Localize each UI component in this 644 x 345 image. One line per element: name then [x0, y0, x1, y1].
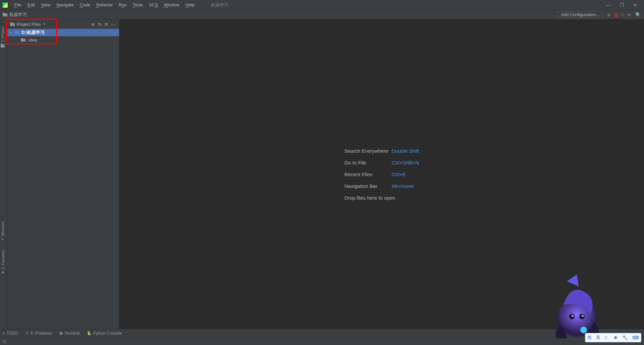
hint-nav-label: Navigation Bar	[344, 183, 388, 189]
hint-drop-label: Drop files here to open	[344, 195, 419, 201]
navigation-bar: 机器学习 Add Configuration... ▶ 🐞 ↻ ■ 🔍	[0, 10, 644, 19]
menu-edit[interactable]: Edit	[24, 2, 38, 7]
list-icon: ≡	[3, 331, 5, 335]
main-area: 1: Project 7: Structure ★2: Favorites Pr…	[0, 19, 644, 329]
hint-recent-label: Recent Files	[344, 171, 388, 177]
chevron-right-icon: ›	[15, 38, 21, 42]
expand-all-icon[interactable]: ⇆	[96, 22, 103, 27]
menu-code[interactable]: Code	[77, 2, 93, 7]
project-view-selector[interactable]: Project Files ▼	[10, 22, 46, 27]
folder-icon	[10, 22, 15, 26]
folder-icon	[1, 44, 5, 48]
chevron-down-icon: ⌄	[9, 31, 15, 34]
gutter-tab-project[interactable]: 1: Project	[1, 27, 5, 48]
editor-hints: Search Everywhere Double Shift Go to Fil…	[344, 148, 419, 201]
menu-window[interactable]: Window	[161, 2, 182, 7]
sparkle-icon[interactable]: ❖	[613, 335, 618, 340]
project-tool-window: Project Files ▼ ⊕ ⇆ ⚙ — ⌄ D:\机器学习 › .ide…	[7, 19, 119, 329]
menu-navigate[interactable]: Navigate	[53, 2, 76, 7]
tree-root-label: D:\机器学习	[21, 29, 45, 36]
menu-file[interactable]: File	[11, 2, 24, 7]
hint-goto-key: Ctrl+Shift+N	[392, 160, 419, 165]
coverage-icon[interactable]: ↻	[619, 12, 626, 17]
terminal-icon: ▣	[59, 331, 63, 335]
menu-help[interactable]: Help	[182, 2, 198, 7]
locate-icon[interactable]: ⊕	[90, 22, 96, 27]
menu-view[interactable]: View	[38, 2, 53, 7]
hint-goto-label: Go to File	[344, 160, 388, 165]
toolwindow-todo[interactable]: ≡TODO	[3, 331, 18, 336]
project-tree: ⌄ D:\机器学习 › .idea	[7, 29, 119, 44]
gear-icon[interactable]: ⚙	[103, 22, 110, 27]
warning-icon: ⚠	[25, 331, 29, 335]
tree-root-node[interactable]: ⌄ D:\机器学习	[7, 29, 119, 36]
window-maximize-icon[interactable]: ❐	[615, 2, 629, 8]
gutter-tab-structure[interactable]: 7: Structure	[1, 221, 5, 240]
window-title: 机器学习	[211, 2, 228, 8]
project-panel-header: Project Files ▼ ⊕ ⇆ ⚙ —	[7, 19, 119, 29]
search-icon[interactable]: 🔍	[635, 12, 641, 17]
window-close-icon[interactable]: ✕	[629, 2, 642, 8]
hint-search-key: Double Shift	[392, 148, 419, 154]
menu-run[interactable]: Run	[116, 2, 130, 7]
status-bar: ◫	[0, 337, 644, 345]
menu-refactor[interactable]: Refactor	[93, 2, 116, 7]
menu-bar: File Edit View Navigate Code Refactor Ru…	[0, 0, 644, 10]
gutter-tab-favorites[interactable]: ★2: Favorites	[1, 250, 5, 274]
ime-lang-ying[interactable]: 英	[596, 335, 600, 341]
hide-icon[interactable]: —	[110, 22, 116, 27]
python-icon: 🐍	[87, 331, 92, 335]
debug-icon[interactable]: 🐞	[612, 12, 619, 17]
tree-child-label: .idea	[28, 38, 37, 43]
editor-empty-state: Search Everywhere Double Shift Go to Fil…	[119, 19, 644, 329]
add-configuration-button[interactable]: Add Configuration...	[557, 11, 603, 18]
folder-icon	[15, 31, 19, 34]
ime-lang-jian[interactable]: 简	[587, 335, 592, 341]
breadcrumb-project[interactable]: 机器学习	[9, 12, 27, 18]
toolwindow-python-console[interactable]: 🐍Python Console	[87, 331, 122, 336]
hint-recent-key: Ctrl+E	[392, 171, 419, 177]
menu-vcs[interactable]: VCS	[146, 2, 161, 7]
run-icon[interactable]: ▶	[606, 12, 612, 17]
bottom-toolwindow-bar: ≡TODO ⚠6: Problems ▣Terminal 🐍Python Con…	[0, 329, 644, 337]
keyboard-icon[interactable]: ⌨	[632, 335, 639, 340]
window-minimize-icon[interactable]: —	[602, 2, 615, 8]
pycharm-icon	[2, 2, 8, 8]
project-view-label: Project Files	[17, 22, 41, 27]
chevron-down-icon: ▼	[43, 22, 46, 26]
toolwindow-terminal[interactable]: ▣Terminal	[59, 331, 79, 336]
hint-nav-key: Alt+Home	[392, 183, 419, 189]
tree-child-node[interactable]: › .idea	[7, 36, 119, 44]
left-gutter: 1: Project 7: Structure ★2: Favorites	[0, 19, 7, 329]
folder-icon	[21, 38, 25, 42]
hint-search-label: Search Everywhere	[344, 148, 388, 154]
toolwindows-toggle-icon[interactable]: ◫	[3, 339, 6, 344]
stop-icon[interactable]: ■	[626, 12, 633, 17]
toolwindow-problems[interactable]: ⚠6: Problems	[25, 331, 52, 336]
folder-icon	[3, 13, 7, 16]
moon-icon[interactable]: ☾	[605, 335, 609, 340]
menu-tools[interactable]: Tools	[130, 2, 146, 7]
wrench-icon[interactable]: 🔧	[622, 335, 628, 340]
ime-floating-bar[interactable]: 简 英 ☾ ❖ 🔧 ⌨	[585, 333, 641, 342]
